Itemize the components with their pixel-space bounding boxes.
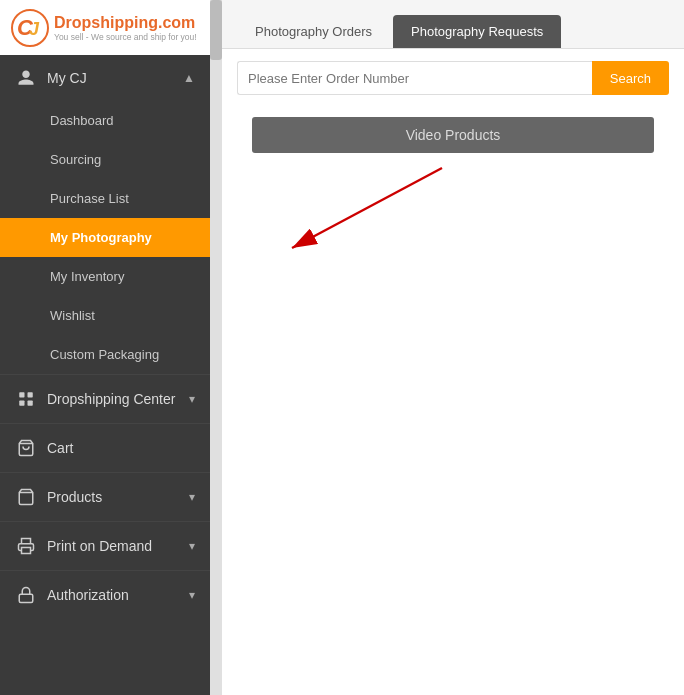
tab-photography-requests[interactable]: Photography Requests (393, 15, 561, 48)
chevron-down-icon: ▾ (189, 392, 195, 406)
my-cj-label: My CJ (47, 70, 183, 86)
svg-rect-3 (19, 392, 24, 397)
sidebar-item-custom-packaging[interactable]: Custom Packaging (0, 335, 210, 374)
nav-label-cart: Cart (47, 440, 195, 456)
sidebar-item-dashboard[interactable]: Dashboard (0, 101, 210, 140)
video-products-bar[interactable]: Video Products (252, 117, 654, 153)
content-panel: Search Video Products (222, 48, 684, 695)
tabs-bar: Photography Orders Photography Requests (222, 0, 684, 48)
logo-tagline: You sell - We source and ship for you! (54, 32, 197, 42)
logo-wrapper: C J Dropshipping.com You sell - We sourc… (10, 8, 197, 48)
chevron-down-icon-products: ▾ (189, 490, 195, 504)
print-icon (15, 535, 37, 557)
arrow-annotation (262, 148, 462, 272)
main-area: Photography Orders Photography Requests … (210, 0, 684, 695)
cart-icon (15, 437, 37, 459)
sidebar-item-my-inventory[interactable]: My Inventory (0, 257, 210, 296)
nav-label-products: Products (47, 489, 189, 505)
nav-label-authorization: Authorization (47, 587, 189, 603)
nav-item-authorization[interactable]: Authorization ▾ (0, 570, 210, 619)
nav-item-dropshipping-center[interactable]: Dropshipping Center ▾ (0, 374, 210, 423)
arrow-svg (262, 148, 462, 268)
nav-item-products[interactable]: Products ▾ (0, 472, 210, 521)
video-products-section: Video Products (222, 107, 684, 163)
my-cj-header[interactable]: My CJ ▲ (0, 55, 210, 101)
logo-site-name: Dropshipping.com (54, 14, 197, 32)
svg-rect-4 (28, 392, 33, 397)
person-icon (15, 67, 37, 89)
chevron-down-icon-auth: ▾ (189, 588, 195, 602)
svg-text:J: J (29, 19, 40, 39)
nav-item-cart[interactable]: Cart (0, 423, 210, 472)
svg-rect-10 (19, 594, 33, 602)
logo-area: C J Dropshipping.com You sell - We sourc… (0, 0, 210, 55)
tab-photography-orders[interactable]: Photography Orders (237, 15, 390, 48)
logo-text: Dropshipping.com You sell - We source an… (54, 14, 197, 42)
content-area: Photography Orders Photography Requests … (210, 0, 684, 695)
sidebar-scroll[interactable]: My CJ ▲ Dashboard Sourcing Purchase List… (0, 55, 210, 695)
svg-rect-6 (28, 401, 33, 406)
sidebar-item-sourcing[interactable]: Sourcing (0, 140, 210, 179)
nav-item-print-on-demand[interactable]: Print on Demand ▾ (0, 521, 210, 570)
sidebar-item-wishlist[interactable]: Wishlist (0, 296, 210, 335)
sidebar-item-my-photography[interactable]: My Photography (0, 218, 210, 257)
sidebar: C J Dropshipping.com You sell - We sourc… (0, 0, 210, 695)
svg-rect-5 (19, 401, 24, 406)
my-cj-submenu: Dashboard Sourcing Purchase List My Phot… (0, 101, 210, 374)
bag-icon (15, 486, 37, 508)
sidebar-item-purchase-list[interactable]: Purchase List (0, 179, 210, 218)
key-icon (15, 584, 37, 606)
search-bar: Search (222, 48, 684, 107)
scrollbar[interactable] (210, 0, 222, 695)
chevron-down-icon-pod: ▾ (189, 539, 195, 553)
chevron-up-icon: ▲ (183, 71, 195, 85)
search-button[interactable]: Search (592, 61, 669, 95)
svg-rect-9 (22, 548, 31, 554)
scroll-thumb[interactable] (210, 0, 222, 60)
logo-icon: C J (10, 8, 50, 48)
svg-line-12 (292, 168, 442, 248)
nav-label-print-on-demand: Print on Demand (47, 538, 189, 554)
grid-icon (15, 388, 37, 410)
nav-label-dropshipping-center: Dropshipping Center (47, 391, 189, 407)
search-input[interactable] (237, 61, 592, 95)
